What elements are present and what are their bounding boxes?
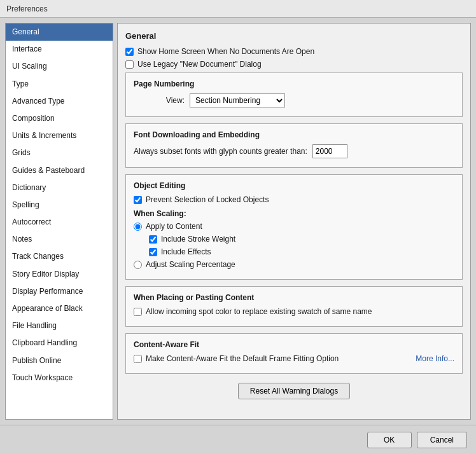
sidebar-item-track-changes[interactable]: Track Changes <box>6 248 113 265</box>
allow-incoming-checkbox[interactable] <box>134 308 142 316</box>
include-stroke-weight-checkbox[interactable] <box>149 235 157 244</box>
sidebar-item-advanced-type[interactable]: Advanced Type <box>6 93 113 110</box>
prevent-selection-row: Prevent Selection of Locked Objects <box>134 195 454 204</box>
adjust-scaling-label: Adjust Scaling Percentage <box>146 260 235 269</box>
sidebar-item-ui-scaling[interactable]: UI Scaling <box>6 58 113 75</box>
include-effects-row: Include Effects <box>134 247 454 256</box>
sidebar-item-general[interactable]: General <box>6 24 113 41</box>
adjust-scaling-radio[interactable] <box>134 261 142 269</box>
apply-to-content-radio[interactable] <box>134 223 142 231</box>
cancel-button[interactable]: Cancel <box>417 432 467 448</box>
page-numbering-group: Page Numbering View: Section Numbering A… <box>125 72 463 117</box>
sidebar-item-touch-workspace[interactable]: Touch Workspace <box>6 369 113 387</box>
sidebar-item-clipboard-handling[interactable]: Clipboard Handling <box>6 334 113 352</box>
page-numbering-select[interactable]: Section Numbering Absolute Numbering <box>190 93 285 107</box>
sidebar-item-autocorrect[interactable]: Autocorrect <box>6 214 113 231</box>
when-placing-group: When Placing or Pasting Content Allow in… <box>125 286 463 327</box>
sidebar-item-publish-online[interactable]: Publish Online <box>6 352 113 369</box>
include-stroke-weight-row: Include Stroke Weight <box>134 235 454 244</box>
include-effects-label: Include Effects <box>161 247 211 256</box>
use-legacy-dialog-row: Use Legacy "New Document" Dialog <box>125 60 463 69</box>
sidebar-item-notes[interactable]: Notes <box>6 231 113 248</box>
content-aware-fit-group: Content-Aware Fit Make Content-Aware Fit… <box>125 333 463 374</box>
apply-to-content-label: Apply to Content <box>146 222 202 231</box>
make-content-aware-checkbox[interactable] <box>134 355 142 363</box>
include-effects-checkbox[interactable] <box>149 248 157 256</box>
footer-bar: OK Cancel <box>0 425 476 454</box>
allow-incoming-label: Allow incoming spot color to replace exi… <box>146 307 372 316</box>
sidebar-item-dictionary[interactable]: Dictionary <box>6 179 113 196</box>
main-section-title: General <box>125 31 463 41</box>
use-legacy-dialog-checkbox[interactable] <box>125 60 134 69</box>
content-aware-fit-label: Content-Aware Fit <box>134 340 454 349</box>
sidebar-item-units-increments[interactable]: Units & Increments <box>6 127 113 144</box>
view-label: View: <box>134 96 185 105</box>
object-editing-group: Object Editing Prevent Selection of Lock… <box>125 174 463 280</box>
prevent-selection-checkbox[interactable] <box>134 196 142 204</box>
more-info-link[interactable]: More Info... <box>416 354 454 363</box>
allow-incoming-row: Allow incoming spot color to replace exi… <box>134 307 454 316</box>
apply-to-content-row: Apply to Content <box>134 222 454 231</box>
ok-button[interactable]: OK <box>367 432 412 448</box>
make-content-aware-label: Make Content-Aware Fit the Default Frame… <box>146 354 339 363</box>
font-glyph-count-input[interactable]: 2000 <box>312 144 347 158</box>
when-scaling-label: When Scaling: <box>134 209 454 218</box>
sidebar: General Interface UI Scaling Type Advanc… <box>5 23 113 420</box>
font-subset-label: Always subset fonts with glyph counts gr… <box>134 147 307 156</box>
sidebar-item-display-performance[interactable]: Display Performance <box>6 283 113 300</box>
adjust-scaling-row: Adjust Scaling Percentage <box>134 260 454 269</box>
show-home-screen-row: Show Home Screen When No Documents Are O… <box>125 47 463 56</box>
show-home-screen-label: Show Home Screen When No Documents Are O… <box>137 47 314 56</box>
sidebar-item-appearance-of-black[interactable]: Appearance of Black <box>6 300 113 317</box>
when-placing-label: When Placing or Pasting Content <box>134 293 454 302</box>
sidebar-item-spelling[interactable]: Spelling <box>6 196 113 214</box>
sidebar-item-story-editor-display[interactable]: Story Editor Display <box>6 266 113 283</box>
show-home-screen-checkbox[interactable] <box>125 48 134 56</box>
page-numbering-view-row: View: Section Numbering Absolute Numberi… <box>134 93 454 107</box>
sidebar-item-file-handling[interactable]: File Handling <box>6 317 113 334</box>
page-numbering-label: Page Numbering <box>134 79 454 88</box>
reset-warning-dialogs-button[interactable]: Reset All Warning Dialogs <box>238 383 350 399</box>
dialog-title: Preferences <box>6 4 48 13</box>
object-editing-label: Object Editing <box>134 181 454 190</box>
font-downloading-group: Font Downloading and Embedding Always su… <box>125 123 463 168</box>
sidebar-item-guides-pasteboard[interactable]: Guides & Pasteboard <box>6 162 113 179</box>
make-content-aware-row: Make Content-Aware Fit the Default Frame… <box>134 354 454 363</box>
use-legacy-dialog-label: Use Legacy "New Document" Dialog <box>137 60 262 69</box>
font-subset-row: Always subset fonts with glyph counts gr… <box>134 144 454 158</box>
include-stroke-weight-label: Include Stroke Weight <box>161 235 235 244</box>
main-content-area: General Show Home Screen When No Documen… <box>117 23 471 420</box>
font-downloading-label: Font Downloading and Embedding <box>134 130 454 139</box>
sidebar-item-interface[interactable]: Interface <box>6 41 113 58</box>
sidebar-item-composition[interactable]: Composition <box>6 110 113 127</box>
sidebar-item-type[interactable]: Type <box>6 76 113 93</box>
sidebar-item-grids[interactable]: Grids <box>6 144 113 162</box>
prevent-selection-label: Prevent Selection of Locked Objects <box>146 195 269 204</box>
